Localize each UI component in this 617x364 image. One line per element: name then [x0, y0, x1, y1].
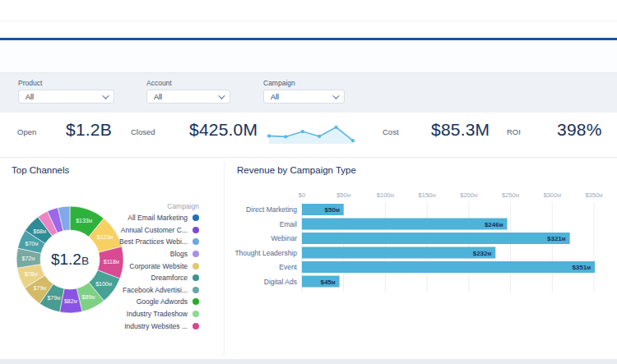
x-tick-label: $150M [419, 191, 437, 199]
campaign-legend: Campaign All Email MarketingAnnual Custo… [97, 200, 199, 332]
x-tick-label: $0 [299, 191, 305, 199]
donut-segment-label: $79M [47, 295, 60, 301]
bar-value-label: $246M [485, 221, 503, 228]
legend-item-label: All Email Marketing [128, 214, 188, 222]
bar-category-label: Event [279, 263, 297, 271]
filter-product: Product All [18, 79, 114, 104]
x-tick-label: $200M [460, 191, 478, 199]
filter-account: Account All [146, 79, 230, 104]
donut-segment-label: $78M [25, 271, 38, 277]
revenue-bar-chart[interactable]: $0$50M$100M$150M$200M$250M$300M$350MDire… [233, 186, 611, 304]
kpi-roi-label: ROI [507, 127, 521, 136]
bar-category-label: Direct Marketing [246, 205, 297, 214]
donut-segment-label: $70M [25, 241, 38, 247]
legend-swatch [193, 298, 199, 305]
bar-category-label: Email [280, 220, 297, 228]
campaign-select[interactable]: All [263, 90, 345, 104]
bar[interactable] [302, 219, 508, 230]
kpi-roi-value: 398% [557, 120, 602, 140]
kpi-closed-value: $425.0M [189, 120, 257, 140]
bar-value-label: $232M [473, 250, 492, 257]
legend-swatch [193, 238, 199, 245]
legend-item-label: Google Adwords [137, 297, 188, 306]
bar-category-label: Webinar [271, 234, 298, 242]
legend-item[interactable]: Blogs [97, 248, 199, 260]
legend-item[interactable]: Best Practices Webi... [97, 236, 199, 248]
legend-item-label: Industry Websites ... [124, 322, 188, 330]
x-tick-label: $250M [502, 191, 520, 199]
account-select-value: All [154, 93, 162, 101]
sparkline-point [284, 135, 287, 138]
donut-segment-label: $72M [22, 256, 35, 261]
chevron-down-icon [332, 92, 339, 99]
bar[interactable] [302, 247, 495, 259]
legend-item-label: Best Practices Webi... [119, 237, 188, 246]
bar-value-label: $50M [325, 206, 340, 214]
x-tick-label: $300M [544, 191, 562, 199]
product-select[interactable]: All [18, 90, 114, 104]
revenue-chart-title: Revenue by Campaign Type [237, 165, 356, 175]
legend-item[interactable]: Industry Tradeshow [97, 308, 199, 320]
sparkline-point [267, 134, 271, 137]
legend-item[interactable]: Annual Customer C... [97, 224, 199, 237]
subheader-band: Data u [0, 40, 617, 72]
filter-product-label: Product [18, 79, 114, 87]
account-select[interactable]: All [146, 90, 230, 104]
bar-category-label: Digital Ads [264, 278, 297, 286]
product-select-value: All [26, 93, 34, 101]
filter-bar: Product All Account All Campaign All [0, 72, 617, 113]
legend-item[interactable]: Google Adwords [97, 296, 199, 308]
dashboard-screen: Data u Product All Account All Campaign … [0, 0, 617, 364]
donut-segment-label: $79M [34, 285, 47, 291]
kpi-closed-label: Closed [131, 127, 155, 136]
legend-item[interactable]: Industry Websites ... [97, 320, 199, 332]
bar-value-label: $321M [547, 235, 566, 242]
bar[interactable] [302, 233, 570, 244]
sparkline-point [335, 126, 338, 129]
kpi-open-label: Open [17, 127, 36, 136]
legend-swatch [193, 274, 199, 281]
legend-swatch [193, 263, 199, 270]
legend-item[interactable]: Facebook Advertisi... [97, 284, 199, 297]
top-channels-title: Top Channels [12, 165, 69, 175]
legend-item-label: Annual Customer C... [121, 226, 188, 234]
donut-center-value: $1.2B [51, 251, 89, 268]
campaign-legend-items: All Email MarketingAnnual Customer C...B… [97, 212, 199, 332]
filter-campaign-label: Campaign [263, 79, 345, 87]
donut-segment-label: $82M [64, 298, 77, 304]
sparkline-point [318, 135, 321, 138]
donut-segment-label: $133M [76, 218, 92, 223]
top-bar [0, 0, 617, 21]
chevron-down-icon [102, 92, 109, 99]
chevron-down-icon [218, 92, 225, 99]
x-tick-label: $100M [377, 191, 395, 199]
sparkline-point [301, 130, 304, 133]
filter-account-label: Account [146, 79, 230, 87]
legend-item-label: Dreamforce [151, 274, 188, 282]
legend-swatch [193, 323, 199, 329]
legend-swatch [193, 227, 199, 233]
footer-strip [0, 359, 617, 364]
legend-item-label: Corporate Website [129, 262, 188, 270]
legend-item-label: Industry Tradeshow [127, 310, 188, 318]
bar-category-label: Thought Leadership [234, 249, 297, 257]
kpi-cost-value: $85.3M [431, 120, 489, 140]
legend-item[interactable]: All Email Marketing [97, 212, 199, 224]
filter-campaign: Campaign All [263, 79, 345, 104]
bar-value-label: $45M [320, 279, 335, 286]
legend-item[interactable]: Corporate Website [97, 260, 199, 272]
legend-item-label: Facebook Advertisi... [123, 286, 188, 294]
bar-value-label: $351M [572, 264, 591, 271]
sparkline-point [351, 139, 355, 142]
kpi-cost-label: Cost [383, 127, 399, 136]
legend-swatch [193, 311, 199, 317]
legend-item[interactable]: Dreamforce [97, 272, 199, 284]
legend-swatch [193, 287, 199, 293]
sparkline-area [269, 127, 353, 144]
legend-title: Campaign [97, 200, 199, 212]
bar[interactable] [302, 261, 595, 273]
header-band [0, 21, 617, 38]
x-tick-label: $50M [336, 191, 351, 199]
kpi-bar: Open $1.2B Closed $425.0M Cost $85.3M RO… [0, 113, 617, 158]
panel-divider [224, 161, 225, 357]
